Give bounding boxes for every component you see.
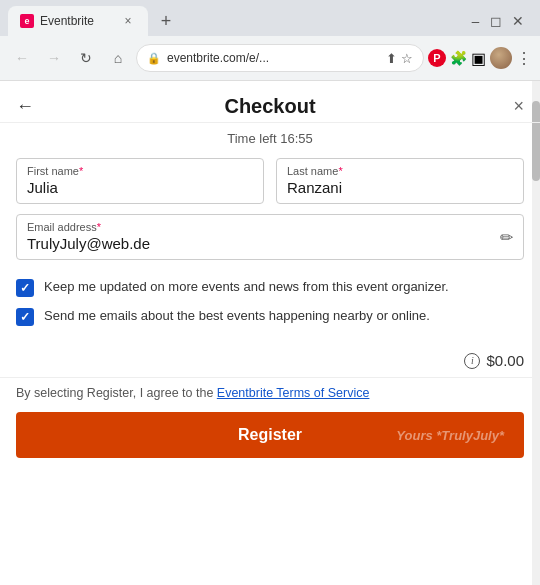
- back-button[interactable]: ←: [8, 44, 36, 72]
- name-fields-row: First name* Julia Last name* Ranzani: [16, 158, 524, 204]
- active-tab[interactable]: e Eventbrite ×: [8, 6, 148, 36]
- browser-menu-button[interactable]: ⋮: [516, 49, 532, 68]
- checkbox-row-1: ✓ Keep me updated on more events and new…: [16, 278, 524, 297]
- new-tab-button[interactable]: +: [152, 7, 180, 35]
- timer-text: Time left 16:55: [227, 131, 313, 146]
- url-text: eventbrite.com/e/...: [167, 51, 380, 65]
- pinterest-button[interactable]: P: [428, 49, 446, 67]
- first-name-label: First name*: [27, 165, 253, 177]
- page-title: Checkout: [224, 95, 315, 118]
- last-name-label: Last name*: [287, 165, 513, 177]
- email-label: Email address*: [27, 221, 513, 233]
- reload-button[interactable]: ↻: [72, 44, 100, 72]
- browser-chrome: e Eventbrite × + ‒ ◻ ✕ ← → ↻ ⌂ 🔒 eventbr…: [0, 0, 540, 81]
- terms-link[interactable]: Eventbrite Terms of Service: [217, 386, 370, 400]
- page-content: ← Checkout × Time left 16:55 First name*…: [0, 81, 540, 585]
- last-name-field[interactable]: Last name* Ranzani: [276, 158, 524, 204]
- first-name-value: Julia: [27, 179, 58, 196]
- checkout-header: ← Checkout ×: [0, 81, 540, 123]
- extensions-icon[interactable]: 🧩: [450, 50, 467, 66]
- watermark-text: Yours *TrulyJuly*: [396, 428, 504, 443]
- user-avatar[interactable]: [490, 47, 512, 69]
- scrollbar[interactable]: [532, 81, 540, 585]
- address-actions: ⬆ ☆: [386, 51, 413, 66]
- checkbox-label-2: Send me emails about the best events hap…: [44, 307, 430, 325]
- maximize-button[interactable]: ◻: [490, 13, 502, 29]
- price-info-icon[interactable]: i: [464, 353, 480, 369]
- checkbox-row-2: ✓ Send me emails about the best events h…: [16, 307, 524, 326]
- email-edit-icon[interactable]: ✏: [500, 228, 513, 247]
- tab-close-button[interactable]: ×: [120, 13, 136, 29]
- first-name-field[interactable]: First name* Julia: [16, 158, 264, 204]
- checkbox-2[interactable]: ✓: [16, 308, 34, 326]
- minimize-button[interactable]: ‒: [471, 13, 480, 29]
- share-icon[interactable]: ⬆: [386, 51, 397, 66]
- checkbox-1[interactable]: ✓: [16, 279, 34, 297]
- price-amount: $0.00: [486, 352, 524, 369]
- bookmark-icon[interactable]: ☆: [401, 51, 413, 66]
- address-bar[interactable]: 🔒 eventbrite.com/e/... ⬆ ☆: [136, 44, 424, 72]
- last-name-value: Ranzani: [287, 179, 342, 196]
- register-button-wrap: Register Yours *TrulyJuly*: [0, 412, 540, 474]
- checkbox-label-1: Keep me updated on more events and news …: [44, 278, 449, 296]
- email-field[interactable]: Email address* TrulyJuly@web.de ✏: [16, 214, 524, 260]
- browser-tab-icon: ▣: [471, 49, 486, 68]
- tab-favicon: e: [20, 14, 34, 28]
- back-arrow-button[interactable]: ←: [16, 96, 34, 117]
- terms-row: By selecting Register, I agree to the Ev…: [0, 377, 540, 412]
- email-value: TrulyJuly@web.de: [27, 235, 150, 252]
- terms-prefix: By selecting Register, I agree to the: [16, 386, 217, 400]
- tab-bar: e Eventbrite × + ‒ ◻ ✕: [0, 0, 540, 36]
- forward-button[interactable]: →: [40, 44, 68, 72]
- window-close-button[interactable]: ✕: [512, 13, 524, 29]
- tab-title: Eventbrite: [40, 14, 114, 28]
- price-row: i $0.00: [0, 344, 540, 377]
- register-button[interactable]: Register Yours *TrulyJuly*: [16, 412, 524, 458]
- checkmark-1: ✓: [20, 281, 30, 295]
- checkmark-2: ✓: [20, 310, 30, 324]
- close-button[interactable]: ×: [513, 96, 524, 117]
- home-button[interactable]: ⌂: [104, 44, 132, 72]
- checkbox-area: ✓ Keep me updated on more events and new…: [0, 270, 540, 344]
- timer-row: Time left 16:55: [0, 123, 540, 158]
- lock-icon: 🔒: [147, 52, 161, 65]
- browser-nav: ← → ↻ ⌂ 🔒 eventbrite.com/e/... ⬆ ☆ P 🧩 ▣…: [0, 36, 540, 80]
- register-button-label: Register: [238, 426, 302, 443]
